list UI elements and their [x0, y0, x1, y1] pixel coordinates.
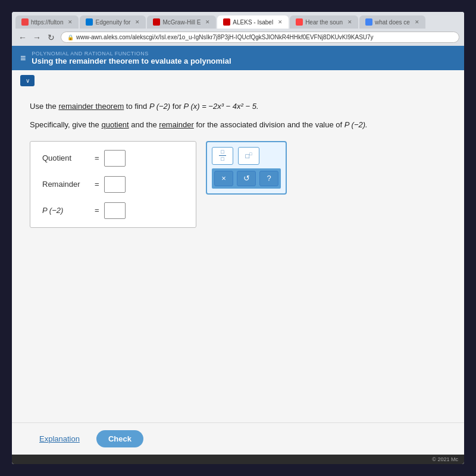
chevron-down-icon[interactable]: ∨ [20, 75, 35, 86]
copyright-text: © 2021 Mc [432, 456, 458, 462]
tab-bar: https://fulton ✕ Edgenuity for ✕ McGraw-… [12, 12, 464, 29]
problem-line-2: Specifically, give the quotient and the … [30, 119, 446, 131]
problem-for: for [170, 102, 183, 111]
tab-close-mcgraw[interactable]: ✕ [205, 19, 210, 25]
problem-prefix: Use the [30, 102, 58, 111]
back-button[interactable]: ← [17, 33, 29, 42]
check-button[interactable]: Check [96, 430, 143, 447]
fraction-icon: □ □ [219, 149, 226, 162]
remainder-row: Remainder = [42, 176, 184, 193]
address-bar: ← → ↻ 🔒 www-awn.aleks.com/alekscgi/x/Isl… [12, 29, 464, 46]
tab-label-google: what does ce [375, 19, 410, 26]
nav-buttons: ← → ↻ [17, 33, 57, 42]
toolbar-top-row: □ □ □□ [212, 147, 281, 165]
line2-suffix: for the associated division and the valu… [194, 120, 345, 129]
tab-mcgraw[interactable]: McGraw-Hill E ✕ [147, 15, 216, 29]
explanation-button[interactable]: Explanation [30, 430, 89, 447]
forward-button[interactable]: → [31, 33, 43, 42]
problem-area: Use the remainder theorem to find P (−2)… [12, 89, 464, 422]
tab-close-aleks[interactable]: ✕ [278, 19, 283, 25]
quotient-label: Quotient [42, 154, 90, 162]
superscript-icon: □□ [246, 152, 252, 159]
header-subtitle: POLYNOMIAL AND RATIONAL FUNCTIONS [32, 51, 231, 57]
remainder-equals: = [95, 180, 99, 189]
url-text: www-awn.aleks.com/alekscgi/x/Isl.exe/1o_… [76, 34, 374, 40]
toolbar-action-row: × ↺ ? [212, 168, 281, 189]
clear-button[interactable]: × [214, 171, 233, 186]
tab-fulton[interactable]: https://fulton ✕ [15, 15, 79, 29]
line2-prefix: Specifically, give the [30, 120, 101, 129]
tab-favicon-google [365, 18, 372, 26]
tab-favicon-aleks [223, 18, 230, 26]
tab-hear[interactable]: Hear the soun ✕ [290, 15, 358, 29]
p-equals: = [95, 206, 99, 215]
quotient-link[interactable]: quotient [101, 120, 129, 129]
lock-icon: 🔒 [67, 35, 74, 40]
aleks-header: ≡ POLYNOMIAL AND RATIONAL FUNCTIONS Usin… [12, 46, 464, 70]
problem-line-1: Use the remainder theorem to find P (−2)… [30, 101, 446, 113]
problem-middle: to find [124, 102, 149, 111]
remainder-label: Remainder [42, 180, 90, 189]
undo-button[interactable]: ↺ [237, 171, 256, 186]
tab-favicon-mcgraw [153, 18, 160, 26]
quotient-equals: = [95, 154, 99, 162]
polynomial-expression: P (x) = −2x³ − 4x² − 5. [184, 102, 259, 111]
page-content: ≡ POLYNOMIAL AND RATIONAL FUNCTIONS Usin… [12, 46, 464, 464]
line2-p: P (−2). [345, 120, 368, 129]
tab-favicon-fulton [21, 18, 29, 26]
quotient-row: Quotient = [42, 150, 184, 167]
help-button[interactable]: ? [259, 171, 278, 186]
reload-button[interactable]: ↻ [45, 33, 57, 42]
footer-bar: Explanation Check [12, 422, 464, 455]
copyright-bar: © 2021 Mc [12, 455, 464, 464]
tab-close-google[interactable]: ✕ [415, 19, 419, 25]
tab-close-hear[interactable]: ✕ [347, 19, 352, 25]
hamburger-menu[interactable]: ≡ [20, 53, 26, 64]
tab-label-edgenuity: Edgenuity for [95, 19, 130, 26]
header-title: Using the remainder theorem to evaluate … [32, 57, 231, 65]
remainder-link[interactable]: remainder [159, 120, 194, 129]
tab-favicon-hear [296, 18, 303, 26]
remainder-input[interactable] [104, 176, 126, 193]
remainder-theorem-link[interactable]: remainder theorem [58, 102, 124, 111]
p-neg2-expression: P (−2) [149, 102, 170, 111]
url-bar[interactable]: 🔒 www-awn.aleks.com/alekscgi/x/Isl.exe/1… [61, 32, 459, 43]
p-input[interactable] [104, 202, 126, 219]
input-container: Quotient = Remainder = P (−2) = [30, 141, 446, 228]
tab-favicon-edgenuity [86, 18, 93, 26]
tab-label-fulton: https://fulton [31, 19, 63, 26]
tab-edgenuity[interactable]: Edgenuity for ✕ [80, 15, 146, 29]
line2-middle: and the [129, 120, 159, 129]
fraction-button[interactable]: □ □ [212, 147, 233, 165]
p-row: P (−2) = [42, 202, 184, 219]
tab-label-hear: Hear the soun [305, 19, 343, 26]
tab-aleks[interactable]: ALEKS - Isabel ✕ [217, 15, 289, 29]
tab-label-mcgraw: McGraw-Hill E [162, 19, 201, 26]
tab-label-aleks: ALEKS - Isabel [233, 19, 273, 26]
p-label: P (−2) [42, 206, 90, 215]
tab-google[interactable]: what does ce ✕ [359, 15, 425, 29]
header-text-block: POLYNOMIAL AND RATIONAL FUNCTIONS Using … [32, 51, 231, 65]
tab-close-fulton[interactable]: ✕ [68, 19, 73, 25]
quotient-input[interactable] [104, 150, 126, 167]
math-toolbar: □ □ □□ × ↺ ? [206, 141, 287, 195]
fields-box: Quotient = Remainder = P (−2) = [30, 141, 196, 228]
superscript-button[interactable]: □□ [238, 147, 259, 165]
tab-close-edgenuity[interactable]: ✕ [135, 19, 140, 25]
